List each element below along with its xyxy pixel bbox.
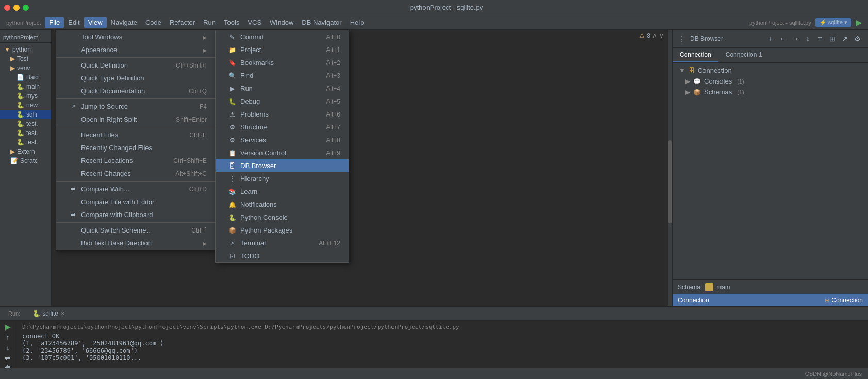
tw-terminal[interactable]: > Terminal Alt+F12 [216,237,349,250]
menu-item-refactor[interactable]: Refactor [166,17,199,28]
tw-label: Hierarchy [240,175,269,183]
vc-icon: 📋 [228,150,236,157]
tw-hierarchy[interactable]: ⋮ Hierarchy [216,172,349,185]
run-wrap-button[interactable]: ⇌ [2,354,13,362]
tw-problems[interactable]: ⚠ Problems Alt+6 [216,108,349,121]
run-output: D:\PycharmProjects\pythonProject\pythonP… [16,321,868,368]
tree-item-new[interactable]: 🐍 new [0,101,51,110]
minimize-button[interactable] [13,5,20,11]
tree-item-mys[interactable]: 🐍 mys [0,91,51,101]
close-button[interactable] [4,5,10,11]
tree-item-scratch[interactable]: 📝 Scratc [0,156,51,166]
maximize-button[interactable] [23,5,29,11]
db-tab-connection1[interactable]: Connection 1 [718,48,769,62]
db-nav-left-button[interactable]: ← [777,33,789,44]
schemas-badge: (1) [737,89,744,95]
editor-scrollbar[interactable] [668,30,672,306]
db-tab-connection[interactable]: Connection [673,48,718,62]
run-up-button[interactable]: ↑ [2,333,13,341]
tree-item-main[interactable]: 🐍 main [0,82,51,91]
db-sort-button[interactable]: ↕ [802,33,813,44]
menu-item-help[interactable]: Help [346,17,368,28]
status-bar: CSDN @NoNamePlus [0,368,868,379]
tw-bookmarks[interactable]: 🔖 Bookmarks Alt+2 [216,56,349,69]
view-menu-compare-with[interactable]: ⇌ Compare With... Ctrl+D [56,183,215,195]
tw-todo[interactable]: ☑ TODO [216,250,349,262]
close-tab-icon[interactable]: ✕ [60,310,65,317]
db-tree-item-connection[interactable]: ▼ 🗄 Connection [673,65,868,76]
tree-item-sqlli[interactable]: 🐍 sqlli [0,110,51,119]
tw-python-console[interactable]: 🐍 Python Console [216,211,349,224]
tree-item-test2[interactable]: 🐍 test. [0,128,51,138]
scrollbar-thumb[interactable] [668,140,672,223]
view-menu-recently-changed[interactable]: Recently Changed Files [56,141,215,154]
tree-item-test1[interactable]: 🐍 test. [0,119,51,128]
view-menu-recent-files[interactable]: Recent Files Ctrl+E [56,128,215,141]
run-execute-button[interactable]: ▶ [2,323,13,331]
tw-notifications[interactable]: 🔔 Notifications [216,198,349,211]
menu-item-file[interactable]: File [45,17,64,28]
db-filter-button[interactable]: ≡ [814,33,826,44]
run-button-top[interactable]: ▶ [856,18,862,27]
db-view-button[interactable]: ⊞ [827,33,838,44]
tree-label: test. [26,139,38,146]
menu-item-code[interactable]: Code [141,17,166,28]
py-icon: 🐍 [17,139,24,146]
connection-icon: 🗄 [689,67,695,74]
menu-item-view[interactable]: View [84,17,107,28]
db-tree-item-consoles[interactable]: ▶ 💬 Consoles (1) [673,76,868,87]
sqllite-button[interactable]: ⚡ sqllite ▾ [815,18,851,27]
tw-project[interactable]: 📁 Project Alt+1 [216,43,349,56]
tw-commit[interactable]: ✎ Commit Alt+0 [216,30,349,43]
tw-db-browser[interactable]: 🗄 DB Browser [216,159,349,172]
view-menu-bidi[interactable]: Bidi Text Base Direction [56,237,215,250]
db-add-button[interactable]: + [765,33,776,44]
tree-item-extern[interactable]: ▶ Extern [0,147,51,156]
tw-version-control[interactable]: 📋 Version Control Alt+9 [216,146,349,159]
menu-item-vcs[interactable]: VCS [243,17,266,28]
tree-item-venv[interactable]: ▶ venv [0,63,51,73]
tree-item-baid[interactable]: 📄 Baid [0,73,51,82]
menu-item-db-navigator[interactable]: DB Navigator [298,17,346,28]
menu-item-project[interactable]: pythonProject [2,18,45,28]
view-menu-quick-definition[interactable]: Quick Definition Ctrl+Shift+I [56,59,215,72]
tw-python-packages[interactable]: 📦 Python Packages [216,224,349,237]
view-menu-appearance[interactable]: Appearance [56,43,215,56]
tree-item-python-project[interactable]: ▼ python [0,45,51,54]
view-menu-recent-changes[interactable]: Recent Changes Alt+Shift+C [56,167,215,180]
db-nav-right-button[interactable]: → [790,33,801,44]
tree-item-test[interactable]: ▶ Test [0,54,51,63]
tw-run[interactable]: ▶ Run Alt+4 [216,82,349,95]
view-menu-right-split[interactable]: Open in Right Split Shift+Enter [56,113,215,126]
run-clear-button[interactable]: 🗑 [2,364,13,368]
view-menu-quick-switch[interactable]: Quick Switch Scheme... Ctrl+` [56,224,215,237]
run-down-button[interactable]: ↓ [2,343,13,352]
db-tree-item-schemas[interactable]: ▶ 📦 Schemas (1) [673,87,868,97]
tw-structure[interactable]: ⚙ Structure Alt+7 [216,121,349,134]
run-tab-sqllite[interactable]: 🐍 sqllite ✕ [28,309,69,318]
menu-item-tools[interactable]: Tools [220,17,243,28]
menu-item-edit[interactable]: Edit [64,17,84,28]
menu-item-run[interactable]: Run [199,17,220,28]
tw-learn[interactable]: 📚 Learn [216,185,349,198]
view-menu-tool-windows[interactable]: Tool Windows ✎ Commit Alt+0 📁 Project Al… [56,30,215,43]
run-line-4: (3, '107c5c001', '05001010110... [22,354,862,361]
view-menu-compare-file[interactable]: Compare File with Editor [56,195,215,208]
compare-with-icon: ⇌ [69,186,77,192]
tw-find[interactable]: 🔍 Find Alt+3 [216,69,349,82]
view-menu-jump-source[interactable]: ↗ Jump to Source F4 [56,100,215,113]
connection-right-label: Connection [831,296,863,304]
menu-item-window[interactable]: Window [266,17,298,28]
right-split-label: Open in Right Split [81,116,137,123]
view-menu-compare-clipboard[interactable]: ⇌ Compare with Clipboard [56,208,215,221]
db-settings-button[interactable]: ⚙ [851,33,863,44]
tree-item-test3[interactable]: 🐍 test. [0,138,51,147]
db-panel-menu-icon[interactable]: ⋮ [678,34,686,44]
menu-item-navigate[interactable]: Navigate [107,17,141,28]
view-menu-quick-type-definition[interactable]: Quick Type Definition [56,72,215,85]
view-menu-quick-doc[interactable]: Quick Documentation Ctrl+Q [56,85,215,97]
view-menu-recent-locations[interactable]: Recent Locations Ctrl+Shift+E [56,154,215,167]
tw-debug[interactable]: 🐛 Debug Alt+5 [216,95,349,108]
db-export-button[interactable]: ↗ [839,33,850,44]
tw-services[interactable]: ⚙ Services Alt+8 [216,134,349,146]
